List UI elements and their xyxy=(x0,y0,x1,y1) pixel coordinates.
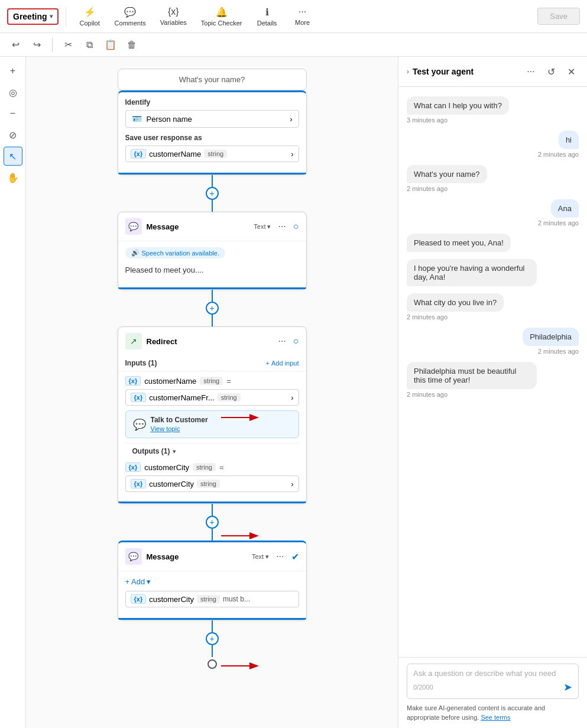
plus-icon: + xyxy=(266,360,270,367)
variables-button[interactable]: {x} Variables xyxy=(154,4,193,28)
zoom-in-icon[interactable]: + xyxy=(4,62,22,80)
message-node-1: 💬 Message Text ▾ ··· ○ 🔊 Speech variatio… xyxy=(118,212,307,290)
message-node-2-body: + Add ▾ {x} customerCity string must b..… xyxy=(118,571,306,613)
badge-chevron-2: ▾ xyxy=(265,553,269,561)
redirect-title: Redirect xyxy=(147,337,271,346)
output-var-name: customerCity xyxy=(144,463,189,472)
details-button[interactable]: ℹ Details xyxy=(251,4,284,29)
zoom-out-icon[interactable]: − xyxy=(4,104,22,123)
greeting-button[interactable]: Greeting ▾ xyxy=(7,8,59,25)
redo-button[interactable]: ↪ xyxy=(28,37,45,53)
topic-checker-button[interactable]: 🔔 Topic Checker xyxy=(195,4,248,29)
add-button[interactable]: + Add ▾ xyxy=(125,577,151,586)
identify-row-left: 🪪 Person name xyxy=(132,114,192,124)
panel-actions: ··· ↺ ✕ xyxy=(523,64,579,79)
connector-3: + xyxy=(206,504,219,541)
panel-menu-button[interactable]: ··· xyxy=(523,64,539,79)
eq-row-2: {x} customerCity string = xyxy=(125,462,299,472)
message-node-2: 💬 Message Text ▾ ··· ✔ + Add ▾ xyxy=(118,541,307,620)
identify-row[interactable]: 🪪 Person name › xyxy=(125,110,299,128)
save-var-row[interactable]: {x} customerName string › xyxy=(125,145,299,162)
blue-accent-4 xyxy=(118,618,306,620)
message-menu-2[interactable]: ··· xyxy=(274,551,286,562)
msg2-var-suffix: must b... xyxy=(223,595,250,603)
right-panel: › Test your agent ··· ↺ ✕ What can I hel… xyxy=(398,57,587,728)
panel-close-button[interactable]: ✕ xyxy=(563,64,579,79)
blue-accent xyxy=(118,173,306,174)
panel-arrow: › xyxy=(407,67,409,76)
cursor-icon[interactable]: ↖ xyxy=(4,147,22,166)
chat-group-2: hi 2 minutes ago xyxy=(407,131,579,158)
redirect-check: ○ xyxy=(293,336,299,347)
type-badge: string xyxy=(204,150,227,158)
hand-icon[interactable]: ✋ xyxy=(4,168,22,187)
ban-icon[interactable]: ⊘ xyxy=(4,125,22,144)
greeting-chevron: ▾ xyxy=(50,13,53,20)
delete-button[interactable]: 🗑 xyxy=(124,37,140,53)
cut-button[interactable]: ✂ xyxy=(60,37,76,53)
connector-line-7 xyxy=(212,620,213,632)
message-badge-2[interactable]: Text ▾ xyxy=(252,553,269,561)
redirect-icon: ↗ xyxy=(125,333,142,350)
copilot-button[interactable]: ⚡ Copilot xyxy=(73,4,106,29)
redirect-menu[interactable]: ··· xyxy=(275,336,288,347)
chat-input-area: Ask a question or describe what you need… xyxy=(398,657,587,728)
more-button[interactable]: ··· More xyxy=(286,4,319,28)
question-node: Identify 🪪 Person name › Save user respo… xyxy=(118,90,307,175)
input-var-row-left: {x} customerNameFr... string xyxy=(131,393,241,402)
inputs-header: Inputs (1) + Add input xyxy=(118,355,306,371)
var-chevron: › xyxy=(291,150,293,158)
chat-bubble-right-2: Ana xyxy=(551,199,579,218)
copy-button[interactable]: ⧉ xyxy=(81,37,98,53)
chat-bubble-left-1: What can I help you with? xyxy=(407,96,509,115)
outputs-header[interactable]: Outputs (1) ▾ xyxy=(125,443,299,459)
question-text: What's your name? xyxy=(179,75,245,84)
add-button-1[interactable]: + xyxy=(206,187,219,200)
msg2-var-row[interactable]: {x} customerCity string must b... xyxy=(125,591,299,607)
person-icon: 🪪 xyxy=(132,114,142,124)
input-var-row[interactable]: {x} customerNameFr... string › xyxy=(125,389,299,406)
message-badge-1[interactable]: Text ▾ xyxy=(254,223,271,231)
add-input-button[interactable]: + Add input xyxy=(266,360,299,367)
var-row-left: {x} customerName string xyxy=(131,149,228,158)
chat-bubble-right-1: hi xyxy=(559,131,579,149)
eq-sign: = xyxy=(226,377,231,386)
details-icon: ℹ xyxy=(265,7,269,18)
output-type-badge: string xyxy=(193,463,216,471)
chat-time-4: 2 minutes ago xyxy=(538,219,579,227)
paste-button[interactable]: 📋 xyxy=(102,37,119,53)
eq-row-1: {x} customerName string = xyxy=(125,376,299,386)
redirect-body: {x} customerName string = {x} customerNa… xyxy=(118,371,306,497)
redirect-node: ↗ Redirect ··· ○ Inputs (1) + Add input … xyxy=(118,326,307,504)
message-check-2: ✔ xyxy=(291,551,299,562)
add-button-2[interactable]: + xyxy=(206,302,219,315)
add-button-3[interactable]: + xyxy=(206,516,219,529)
chat-time-5: 2 minutes ago xyxy=(407,313,579,321)
output-var-row[interactable]: {x} customerCity string › xyxy=(125,475,299,492)
output-var-badge-2: {x} xyxy=(131,479,147,488)
message-text-1: Pleased to meet you.... xyxy=(125,263,299,277)
panel-refresh-button[interactable]: ↺ xyxy=(543,64,559,79)
chat-bubble-right-3: Philadelphia xyxy=(523,328,579,346)
message-menu-1[interactable]: ··· xyxy=(275,221,288,232)
undo-button[interactable]: ↩ xyxy=(7,37,24,53)
variables-icon: {x} xyxy=(168,7,179,17)
main-area: + ◎ − ⊘ ↖ ✋ xyxy=(0,57,587,728)
add-button-4[interactable]: + xyxy=(206,632,219,645)
message-icon-1: 💬 xyxy=(125,218,142,235)
speech-icon: 🔊 xyxy=(131,249,140,257)
input-type-badge-2: string xyxy=(218,393,241,402)
send-button[interactable]: ➤ xyxy=(563,681,572,694)
msg2-type-badge: string xyxy=(197,595,220,603)
view-topic-link[interactable]: View topic xyxy=(151,425,180,432)
chat-disclaimer: Make sure AI-generated content is accura… xyxy=(407,704,579,722)
eq-sign-2: = xyxy=(219,463,224,472)
panel-header: › Test your agent ··· ↺ ✕ xyxy=(398,57,587,87)
connector-line-8 xyxy=(212,645,213,657)
comments-button[interactable]: 💬 Comments xyxy=(109,4,152,29)
see-terms-link[interactable]: See terms xyxy=(481,714,510,721)
connector-line xyxy=(212,175,213,187)
save-button[interactable]: Save xyxy=(537,8,580,25)
target-icon[interactable]: ◎ xyxy=(4,83,22,102)
talk-icon: 💬 xyxy=(133,418,146,431)
